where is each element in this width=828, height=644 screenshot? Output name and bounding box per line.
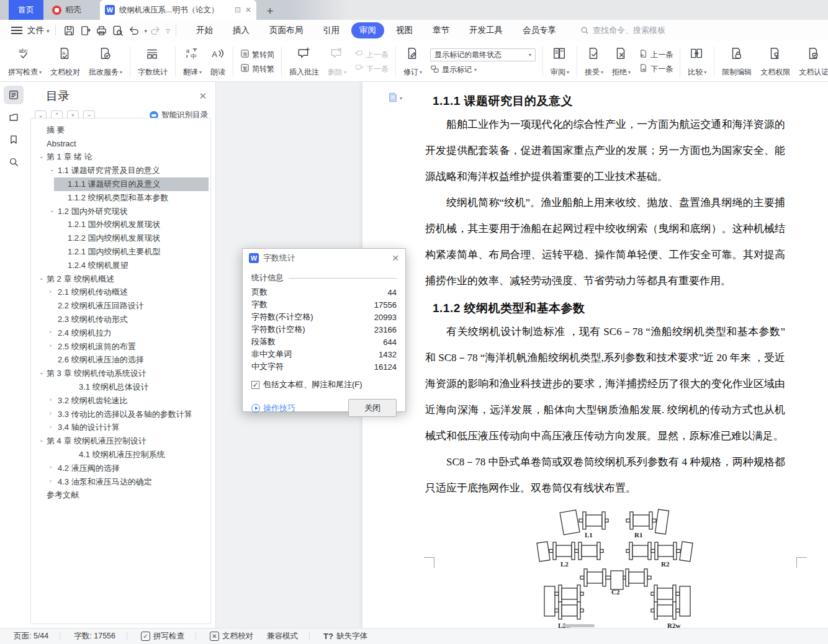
toc-item[interactable]: 1.2.1 国外绞纲机发展现状 [31,218,210,232]
markup-state-dropdown[interactable]: 显示标记的最终状态▾ [430,48,536,61]
toc-item[interactable]: ⌄第 2 章 绞纲机概述 [31,272,210,286]
menu-item[interactable]: 会员专享 [515,22,564,38]
chapter-nav-icon[interactable] [4,108,24,127]
toc-item[interactable]: ›2.5 绞纲机滚筒的布置 [31,340,210,354]
print-preview-icon[interactable] [110,23,126,38]
toc-item[interactable]: ›4.2 液压阀的选择 [31,462,210,475]
command-search[interactable]: 查找命令、搜索模板 [580,25,665,36]
chevron-right-icon[interactable]: › [50,288,52,295]
chevron-right-icon[interactable]: › [50,329,52,335]
toc-item[interactable]: ⌄第 3 章 绞纲机传动系统设计 [31,367,210,380]
trad-to-simp-button[interactable]: 简繁转简 [240,49,274,60]
toc-item[interactable]: 摘 要 [31,123,210,137]
document-page[interactable]: ▾ 1.1.1 课题研究目的及意义 船舶工业作为一项现代化的综合性产业，一方面为… [362,82,828,628]
chevron-right-icon[interactable]: › [50,410,52,416]
chevron-down-icon[interactable]: ⌄ [39,275,44,281]
menu-item[interactable]: 页面布局 [261,22,311,38]
simp-to-trad-button[interactable]: 繁简转繁 [240,63,274,74]
menu-item[interactable]: 引用 [315,22,348,38]
customize-toolbar-icon[interactable]: ▽ [166,28,170,34]
next-change-button[interactable]: 下一条 [639,63,673,74]
toc-panel-icon[interactable] [4,86,24,104]
chevron-right-icon[interactable]: › [50,342,52,349]
paragraph-tool-icon[interactable]: ▾ [387,92,402,103]
show-markup-button[interactable]: 显示标记▾ [430,65,536,76]
doc-permission-button[interactable]: 文档权限 [756,44,794,79]
toc-item[interactable]: ⌄1.2 国内外研究现状 [31,205,210,218]
status-page[interactable]: 页面: 5/44 [14,631,48,642]
toc-item[interactable]: 2.3 绞纲机传动形式 [31,313,210,326]
tab-docer[interactable]: 稻壳 [43,0,97,20]
horizontal-scrollbar[interactable] [562,624,595,627]
toc-item[interactable]: 1.1.1 课题研究目的及意义 [31,177,210,191]
menu-item[interactable]: 视图 [388,22,421,38]
menu-item[interactable]: 开发工具 [461,22,511,38]
review-pane-button[interactable]: 审阅▾ [546,44,574,79]
toc-item[interactable]: 2.6 绞纲机液压油的选择 [31,354,210,367]
delete-comment-button[interactable]: 删除▾ [323,44,351,79]
file-menu[interactable]: 文件 [27,25,44,36]
tab-document[interactable]: W 绞纲机液压系...明书（论文） ⊡ ✕ [100,0,256,20]
toc-item[interactable]: 1.2.4 绞纲机展望 [31,259,210,272]
compare-button[interactable]: 比较▾ [683,44,711,79]
next-comment-button[interactable]: 下一条 [354,63,389,74]
toc-item[interactable]: ›3.2 绞纲机齿轮速比 [31,394,210,408]
menu-item[interactable]: 章节 [425,22,457,38]
redo-icon[interactable] [147,23,163,38]
menu-item[interactable]: 审阅 [351,22,384,38]
print-icon[interactable] [94,23,110,38]
status-words[interactable]: 字数: 17556 [74,631,115,642]
toc-item[interactable]: 1.1.2 绞纲机类型和基本参数 [31,191,210,205]
status-spellcheck[interactable]: ✓ 拼写检查 [141,631,184,642]
toc-item[interactable]: 4.1 绞纲机液压控制系统 [31,448,210,462]
toc-item[interactable]: ⌄第 4 章 绞纲机液压控制设计 [31,434,210,448]
toc-item[interactable]: ›3.3 传动比的选择以及各轴的参数计算 [31,408,210,421]
menu-item[interactable]: 开始 [188,22,221,38]
tips-link[interactable]: 操作技巧 [251,403,295,414]
toc-item[interactable]: 2.2 绞纲机液压回路设计 [31,299,210,313]
close-tab-icon[interactable]: ✕ [245,6,251,14]
read-aloud-button[interactable]: A朗读 [206,44,230,79]
toc-item[interactable]: ›3.4 轴的设计计算 [31,421,210,435]
reject-button[interactable]: 拒绝▾ [608,44,635,79]
screen-share-icon[interactable]: ⊡ [235,6,241,14]
doc-auth-button[interactable]: 文档认证 [794,44,828,79]
chevron-right-icon[interactable]: › [50,464,52,470]
translate-button[interactable]: a中翻译▾ [179,44,206,79]
undo-icon[interactable] [126,23,142,38]
close-sidebar-icon[interactable]: ✕ [199,91,207,102]
search-panel-icon[interactable] [4,153,24,171]
toc-item[interactable]: 参考文献 [31,489,210,503]
grading-service-button[interactable]: 批改服务▾ [84,44,127,79]
proofread-button[interactable]: a-文档校对 [46,44,84,79]
restrict-edit-button[interactable]: 限制编辑 [718,44,756,79]
toc-item[interactable]: Abstract [31,137,210,151]
toc-item[interactable]: ›2.1 绞纲机传动概述 [31,286,210,300]
chevron-down-icon[interactable]: ⌄ [50,207,55,213]
status-compat-mode[interactable]: 兼容模式 [267,631,298,642]
chevron-down-icon[interactable]: ⌄ [39,437,44,443]
chevron-down-icon[interactable]: ⌄ [39,153,44,159]
spellcheck-button[interactable]: abc拼写检查▾ [4,44,46,79]
export-pdf-icon[interactable] [78,23,94,38]
main-menu-icon[interactable] [11,27,22,34]
status-missing-font[interactable]: T? 缺失字体 [323,631,367,642]
toc-item[interactable]: 1.2.2 国内绞纲机发展现状 [31,231,210,245]
dialog-titlebar[interactable]: W 字数统计 ✕ [243,249,405,267]
chevron-down-icon[interactable]: ⌄ [39,369,44,375]
chevron-right-icon[interactable]: › [50,478,52,484]
close-button[interactable]: 关闭 [348,399,397,417]
accept-button[interactable]: 接受▾ [580,44,608,79]
tab-home[interactable]: 首页 [9,0,43,20]
status-proofread[interactable]: ✕ 文档校对 [210,631,253,642]
chevron-right-icon[interactable]: › [50,396,52,403]
bookmark-icon[interactable] [4,130,24,149]
prev-comment-button[interactable]: 上一条 [354,49,389,60]
prev-change-button[interactable]: 上一条 [639,49,673,60]
toc-item[interactable]: ›2.4 绞纲机拉力 [31,326,210,340]
chevron-right-icon[interactable]: › [50,424,52,430]
file-menu-chevron-icon[interactable]: ▾ [47,28,50,34]
insert-comment-button[interactable]: 插入批注 [285,44,323,79]
toc-item[interactable]: ⌄1.1 课题研究背景及目的意义 [31,164,210,177]
toc-item[interactable]: 1.2.1 国内绞纲机主要机型 [31,245,210,259]
